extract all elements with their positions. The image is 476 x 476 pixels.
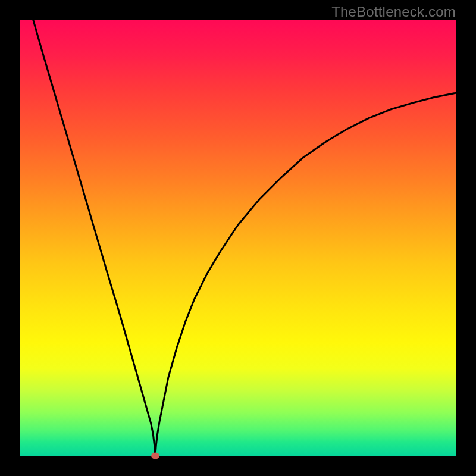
bottleneck-curve (33, 20, 456, 456)
curve-svg (20, 20, 456, 456)
watermark-text: TheBottleneck.com (331, 4, 456, 20)
plot-area (20, 20, 456, 456)
chart-frame: TheBottleneck.com (0, 0, 476, 476)
minimum-marker (151, 453, 159, 459)
